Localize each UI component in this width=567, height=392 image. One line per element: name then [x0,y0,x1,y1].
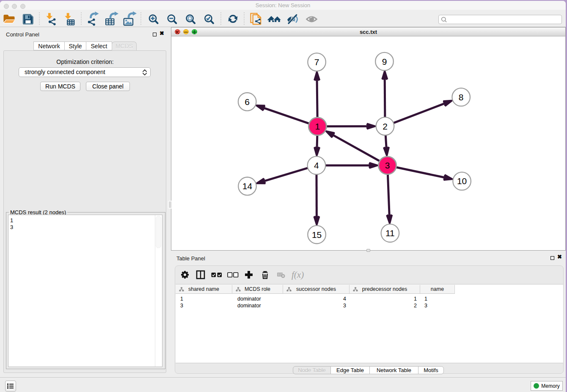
svg-text:8: 8 [459,92,464,102]
svg-text:2: 2 [383,121,388,131]
svg-text:11: 11 [385,228,395,238]
svg-text:14: 14 [242,181,253,191]
svg-text:9: 9 [382,57,387,66]
svg-text:7: 7 [314,57,319,67]
svg-text:f(x): f(x) [292,270,304,280]
svg-text:6: 6 [245,97,250,107]
svg-text:10: 10 [457,176,467,186]
svg-text:3: 3 [385,160,390,170]
svg-text:15: 15 [312,230,322,240]
svg-text:4: 4 [314,160,319,170]
svg-text:1: 1 [315,121,320,131]
